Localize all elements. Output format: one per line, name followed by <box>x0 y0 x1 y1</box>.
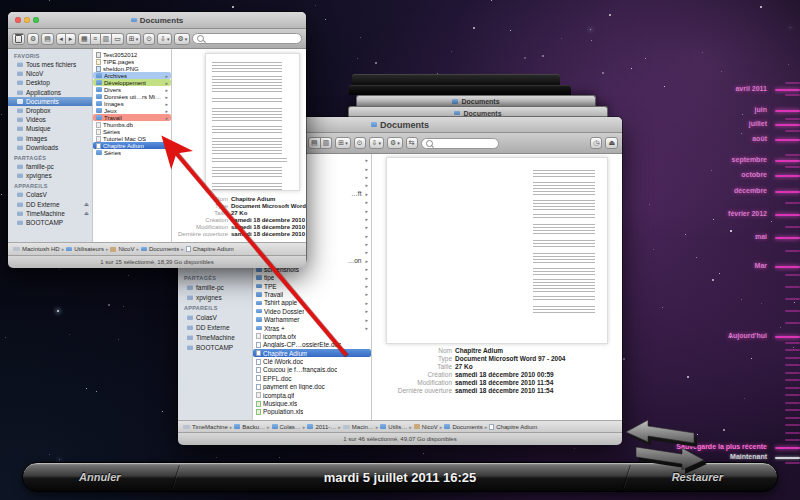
timeline-tick[interactable] <box>775 124 800 126</box>
timeline-tick[interactable] <box>775 110 800 112</box>
eject-button[interactable]: ⏏ <box>605 137 618 149</box>
sidebar-item-dd-externe[interactable]: DD Externe <box>178 322 252 332</box>
sidebar-item-famille-pc[interactable]: famille-pc <box>8 162 92 171</box>
timeline-tick[interactable] <box>775 336 800 338</box>
timeline-tick[interactable] <box>785 439 800 441</box>
file-row-video-dossier[interactable]: Video Dossier▸ <box>253 307 371 315</box>
disclosure-arrow-icon[interactable]: ▸ <box>365 216 368 222</box>
timeline-tick[interactable] <box>785 387 800 389</box>
sidebar-item-colasv[interactable]: ColasV <box>8 190 92 199</box>
file-row-divers[interactable]: Divers▸ <box>93 86 171 93</box>
timeline-tick[interactable] <box>785 402 800 404</box>
timeline-tick[interactable] <box>775 457 800 459</box>
file-row-chapitre-adium[interactable]: Chapitre Adium <box>253 349 371 357</box>
path-item-macin[interactable]: Macin… <box>343 424 374 430</box>
disclosure-arrow-icon[interactable]: ▸ <box>365 182 368 188</box>
timeline-tick[interactable] <box>775 89 800 91</box>
sidebar-item-musique[interactable]: Musique <box>8 124 92 133</box>
sidebar-item-timemachine[interactable]: TimeMachine <box>178 332 252 342</box>
minimize-button[interactable] <box>24 17 30 23</box>
timeline-tick[interactable] <box>785 349 800 351</box>
quicklook-button[interactable]: ⊙ <box>143 33 155 45</box>
search-field[interactable] <box>192 33 302 44</box>
disclosure-arrow-icon[interactable]: ▸ <box>365 249 368 255</box>
sidebar-item-colasv[interactable]: ColasV <box>178 312 252 322</box>
sidebar-item-timemachine[interactable]: TimeMachine⏏ <box>8 209 92 218</box>
timeline-tick[interactable] <box>785 82 800 84</box>
sync-button[interactable]: ⇆ <box>406 137 418 149</box>
file-row-tipe-pages[interactable]: TIPE.pages <box>93 58 171 65</box>
path-item-2011[interactable]: 2011-… <box>307 424 336 430</box>
path-item-utilis[interactable]: Utilis… <box>380 424 407 430</box>
path-item-nicov[interactable]: NicoV <box>110 246 134 252</box>
clock-button[interactable]: ◷ <box>590 137 602 149</box>
disclosure-arrow-icon[interactable]: ▸ <box>365 275 368 281</box>
sidebar-item-nicov[interactable]: NicoV <box>8 69 92 78</box>
file-row-thumbs-db[interactable]: Thumbs.db <box>93 121 171 128</box>
path-item-colas[interactable]: Colas… <box>272 424 301 430</box>
gear-button[interactable]: ⚙ <box>27 33 39 45</box>
view-as-columns-button[interactable]: ▥ <box>101 33 113 45</box>
timeline-tick[interactable] <box>775 237 800 239</box>
view-as-list-button[interactable]: ≡ <box>91 33 101 45</box>
timeline-tick[interactable] <box>775 214 800 216</box>
file-row-icompta-ofx[interactable]: icompta.ofx <box>253 332 371 340</box>
timeline-tick[interactable] <box>785 357 800 359</box>
disclosure-arrow-icon[interactable]: ▸ <box>365 308 368 314</box>
back-button[interactable]: ◂ <box>56 33 66 45</box>
download-button[interactable]: ⇩▾ <box>157 33 172 45</box>
sidebar-toggle-button[interactable]: ▤ <box>41 33 54 45</box>
sidebar-item-xpvignes[interactable]: xpvignes <box>8 171 92 180</box>
file-row-travail[interactable]: Travail▸ <box>93 114 171 121</box>
file-row-payment-en-ligne-doc[interactable]: payment en ligne.doc <box>253 383 371 391</box>
window-titlebar[interactable]: Documents <box>8 12 306 29</box>
file-row-test3052012[interactable]: Test3052012 <box>93 51 171 58</box>
disclosure-arrow-icon[interactable]: ▸ <box>165 115 168 121</box>
timeline-tick[interactable] <box>785 342 800 344</box>
timeline-tick[interactable] <box>775 266 800 268</box>
sidebar-item-dropbox[interactable]: Dropbox <box>8 106 92 115</box>
sidebar-item-vid-os[interactable]: Vidéos <box>8 115 92 124</box>
eject-icon[interactable]: ⏏ <box>84 201 89 207</box>
disclosure-arrow-icon[interactable]: ▸ <box>165 94 168 100</box>
file-row-population-xls[interactable]: Population.xls <box>253 408 371 416</box>
file-row-sheldon-png[interactable]: sheldon.PNG <box>93 65 171 72</box>
download-button[interactable]: ⇩▾ <box>369 137 384 149</box>
quicklook-button[interactable]: ⊙ <box>354 137 366 149</box>
file-row-s-ries[interactable]: Séries <box>93 149 171 156</box>
arrange-button[interactable]: ⊞▾ <box>335 137 350 149</box>
file-row-tipe[interactable]: tipe▸ <box>253 273 371 281</box>
timeline-tick[interactable] <box>785 462 800 464</box>
path-item-chapitre-adium[interactable]: Chapitre Adium <box>186 246 234 252</box>
file-row-images[interactable]: Images▸ <box>93 100 171 107</box>
view-as-list-button[interactable]: ▤ <box>308 137 321 149</box>
sidebar-item-bootcamp[interactable]: BOOTCAMP <box>178 342 252 352</box>
file-row-cl-iwork-doc[interactable]: Clé iWork.doc <box>253 357 371 365</box>
disclosure-arrow-icon[interactable]: ▸ <box>365 208 368 214</box>
disclosure-arrow-icon[interactable]: ▸ <box>165 80 168 86</box>
delete-button[interactable] <box>12 33 25 45</box>
view-as-coverflow-button[interactable]: ▭ <box>112 33 124 45</box>
file-row-xtras[interactable]: Xtras +▸ <box>253 324 371 332</box>
sidebar-item-tous-mes-fichiers[interactable]: Tous mes fichiers <box>8 60 92 69</box>
disclosure-arrow-icon[interactable]: ▸ <box>365 174 368 180</box>
timeline-tick[interactable] <box>785 154 800 156</box>
sidebar-item-xpvignes[interactable]: xpvignes <box>178 292 252 302</box>
forward-button[interactable]: ▸ <box>66 33 76 45</box>
path-item-macintosh-hd[interactable]: Macintosh HD <box>13 246 60 252</box>
sidebar-item-applications[interactable]: Applications <box>8 88 92 97</box>
timeline-tick[interactable] <box>785 379 800 381</box>
file-row-jeux[interactable]: Jeux▸ <box>93 107 171 114</box>
action-gear-button[interactable]: ⚙▾ <box>387 137 403 149</box>
search-field[interactable] <box>421 138 499 149</box>
close-button[interactable] <box>15 17 21 23</box>
file-row-epfl-doc[interactable]: EPFL.doc <box>253 374 371 382</box>
disclosure-arrow-icon[interactable]: ▸ <box>365 233 368 239</box>
action-gear-button[interactable]: ⚙▾ <box>174 33 190 45</box>
timeline-tick[interactable] <box>785 322 800 324</box>
disclosure-arrow-icon[interactable]: ▸ <box>365 291 368 297</box>
timeline-tick[interactable] <box>785 202 800 204</box>
disclosure-arrow-icon[interactable]: ▸ <box>365 241 368 247</box>
disclosure-arrow-icon[interactable]: ▸ <box>365 283 368 289</box>
sidebar-item-desktop[interactable]: Desktop <box>8 78 92 87</box>
